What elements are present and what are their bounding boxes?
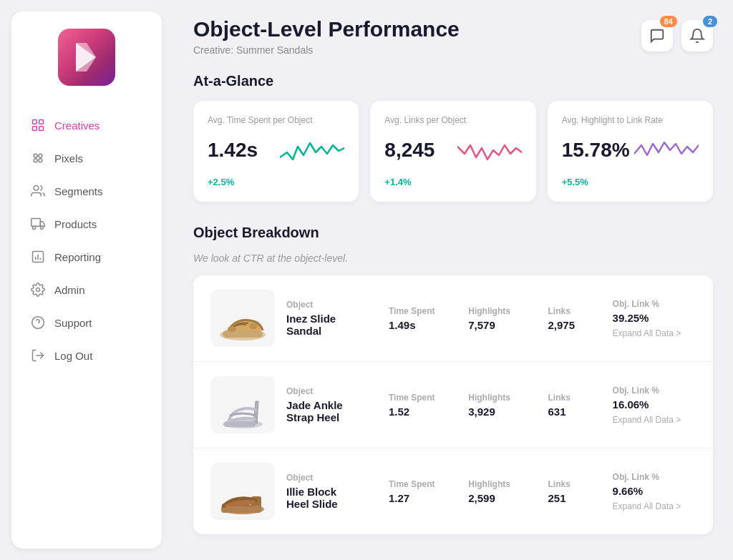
breakdown-table: Object Inez SlideSandal Time Spent 1.49s… [193,275,713,534]
time-label-3: Time Spent [389,479,457,489]
main-content: Object-Level Performance Creative: Summe… [173,0,733,560]
time-sparkline [280,132,344,168]
links-value-2: 631 [548,406,601,418]
object-label-3: Object [286,473,377,483]
links-label-1: Links [548,306,601,316]
col-link-pct-2: Obj. Link % 16.06% Expand All Data > [613,385,696,425]
pixels-icon [30,150,46,166]
messages-button[interactable]: 84 [641,20,673,51]
links-value-3: 251 [548,492,601,504]
time-label-1: Time Spent [389,306,457,316]
svg-rect-28 [221,506,261,513]
sidebar-item-logout[interactable]: Log Out [23,339,150,372]
col-object-1: Object Inez SlideSandal [286,300,377,337]
rate-card-label: Avg. Highlight to Link Rate [562,115,699,125]
col-object-2: Object Jade AnkleStrap Heel [286,386,377,423]
svg-rect-5 [33,127,37,131]
col-time-1: Time Spent 1.49s [389,306,457,331]
col-highlights-2: Highlights 3,929 [468,393,536,418]
svg-rect-6 [39,127,44,131]
sidebar-item-creatives-label: Creatives [54,119,99,132]
sidebar-item-pixels-label: Pixels [54,152,83,164]
svg-point-23 [249,323,258,329]
sidebar: Creatives Pixels Segments [11,11,162,549]
svg-point-7 [34,154,37,157]
sidebar-item-reporting[interactable]: Reporting [23,240,150,273]
sidebar-item-support[interactable]: Support [23,306,150,339]
sidebar-item-creatives[interactable]: Creatives [23,109,150,142]
svg-point-11 [34,186,39,191]
product-image-1 [210,290,275,347]
sidebar-item-admin[interactable]: Admin [23,273,150,306]
logout-icon [30,348,46,363]
svg-point-16 [37,288,40,292]
glance-card-links: Avg. Links per Object 8,245 +1.4% [370,101,535,202]
sidebar-item-segments-label: Segments [54,185,103,197]
time-value-2: 1.52 [389,406,457,418]
svg-point-9 [34,159,37,162]
svg-rect-12 [31,219,41,227]
sidebar-item-reporting-label: Reporting [54,251,101,263]
links-value-1: 2,975 [548,319,601,331]
admin-icon [30,282,46,298]
highlights-label-1: Highlights [468,306,536,316]
object-label-2: Object [286,386,377,396]
support-icon [30,315,46,330]
object-name-1: Inez SlideSandal [286,313,377,337]
col-links-1: Links 2,975 [548,306,601,331]
breakdown-subtitle: We look at CTR at the object-level. [193,252,713,264]
glance-card-time: Avg. Time Spent per Object 1.42s +2.5% [193,101,359,202]
glance-card-rate: Avg. Highlight to Link Rate 15.78% +5.5% [548,101,713,202]
expand-link-3[interactable]: Expand All Data > [613,501,696,511]
header-left: Object-Level Performance Creative: Summe… [193,17,460,56]
breakdown-section: Object Breakdown We look at CTR at the o… [193,225,713,534]
sidebar-item-pixels[interactable]: Pixels [23,142,150,175]
sidebar-item-products-label: Products [54,218,97,230]
reporting-icon [30,249,46,265]
col-highlights-1: Highlights 7,579 [468,306,536,331]
sidebar-item-products[interactable]: Products [23,207,150,240]
time-card-label: Avg. Time Spent per Object [208,115,344,125]
links-sparkline [457,132,522,168]
time-value-1: 1.49s [389,319,457,331]
page-header: Object-Level Performance Creative: Summe… [193,17,713,56]
table-row: Object Illie BlockHeel Slide Time Spent … [193,448,713,534]
time-card-value-row: 1.42s [208,132,344,168]
svg-rect-21 [223,330,263,338]
svg-point-13 [33,226,36,229]
col-link-pct-3: Obj. Link % 9.66% Expand All Data > [613,472,696,511]
col-link-pct-1: Obj. Link % 39.25% Expand All Data > [613,299,696,338]
expand-link-2[interactable]: Expand All Data > [613,415,696,425]
glance-cards: Avg. Time Spent per Object 1.42s +2.5% A… [193,101,713,202]
link-pct-label-1: Obj. Link % [613,299,696,309]
svg-rect-4 [39,120,44,124]
links-card-label: Avg. Links per Object [384,115,521,125]
table-row: Object Inez SlideSandal Time Spent 1.49s… [193,275,713,362]
link-pct-label-3: Obj. Link % [613,472,696,482]
links-card-value-row: 8,245 [384,132,521,168]
time-label-2: Time Spent [389,393,457,403]
col-object-3: Object Illie BlockHeel Slide [286,473,377,510]
rate-card-change: +5.5% [562,177,699,187]
svg-point-17 [32,317,44,329]
col-time-2: Time Spent 1.52 [389,393,457,418]
sidebar-item-segments[interactable]: Segments [23,175,150,207]
page-title: Object-Level Performance [193,17,460,41]
col-links-3: Links 251 [548,479,601,504]
app-logo [58,29,115,86]
highlights-label-2: Highlights [468,393,536,403]
object-label-1: Object [286,300,377,310]
expand-link-1[interactable]: Expand All Data > [613,328,696,338]
notifications-button[interactable]: 2 [681,20,713,51]
products-icon [30,216,46,232]
at-a-glance-title: At-a-Glance [193,73,713,89]
rate-card-value-row: 15.78% [562,132,699,168]
links-label-2: Links [548,393,601,403]
sidebar-item-logout-label: Log Out [54,350,92,362]
object-name-3: Illie BlockHeel Slide [286,486,377,510]
breakdown-title: Object Breakdown [193,225,713,241]
product-image-2 [210,376,275,433]
object-name-2: Jade AnkleStrap Heel [286,399,377,423]
svg-point-22 [228,326,236,332]
creatives-icon [30,117,46,133]
